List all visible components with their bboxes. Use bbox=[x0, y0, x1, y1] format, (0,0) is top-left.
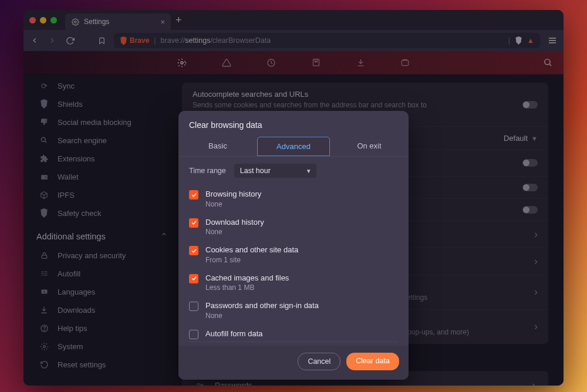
check-label: Browsing history bbox=[205, 190, 261, 199]
check-label: Cached images and files bbox=[205, 273, 289, 283]
check-sublabel: None bbox=[205, 228, 264, 236]
checkbox[interactable] bbox=[189, 274, 198, 283]
dialog-footer: Cancel Clear data bbox=[178, 346, 409, 380]
checkbox[interactable] bbox=[189, 330, 198, 339]
tab-advanced[interactable]: Advanced bbox=[257, 137, 330, 156]
check-row: Cached images and filesLess than 1 MB bbox=[189, 269, 398, 297]
cancel-button[interactable]: Cancel bbox=[298, 353, 340, 370]
chevron-down-icon: ▼ bbox=[306, 168, 312, 174]
checkbox[interactable] bbox=[189, 246, 198, 255]
check-label: Passwords and other sign-in data bbox=[205, 301, 319, 310]
browser-window: Settings × + Brave | brave://settings/cl… bbox=[23, 10, 564, 386]
clear-data-checklist: Browsing historyNoneDownload historyNone… bbox=[178, 185, 409, 346]
tab-on-exit[interactable]: On exit bbox=[333, 137, 405, 156]
check-row: Browsing historyNone bbox=[189, 185, 398, 213]
checkbox[interactable] bbox=[189, 218, 198, 228]
check-row: Download historyNone bbox=[189, 213, 398, 241]
tab-basic[interactable]: Basic bbox=[182, 137, 254, 156]
check-row: Passwords and other sign-in dataNone bbox=[189, 296, 398, 325]
checkbox[interactable] bbox=[189, 302, 198, 311]
time-range-select[interactable]: Last hour ▼ bbox=[234, 164, 316, 178]
checkbox[interactable] bbox=[189, 190, 198, 200]
time-range-row: Time range Last hour ▼ bbox=[178, 157, 409, 185]
dialog-tabs: Basic Advanced On exit bbox=[178, 137, 409, 157]
check-sublabel: None bbox=[205, 200, 261, 208]
check-row: Cookies and other site dataFrom 1 site bbox=[189, 241, 398, 269]
clear-data-button[interactable]: Clear data bbox=[346, 353, 399, 370]
select-value: Last hour bbox=[240, 167, 271, 175]
check-sublabel: From 1 site bbox=[205, 256, 298, 264]
check-label: Cookies and other site data bbox=[205, 245, 298, 255]
check-sublabel: None bbox=[205, 312, 319, 320]
dialog-title: Clear browsing data bbox=[178, 111, 409, 137]
check-row: Autofill form data bbox=[189, 325, 398, 342]
check-sublabel: Less than 1 MB bbox=[205, 283, 289, 292]
clear-data-dialog: Clear browsing data Basic Advanced On ex… bbox=[178, 111, 409, 380]
check-label: Download history bbox=[205, 218, 264, 227]
time-range-label: Time range bbox=[189, 167, 226, 175]
check-label: Autofill form data bbox=[205, 329, 263, 339]
